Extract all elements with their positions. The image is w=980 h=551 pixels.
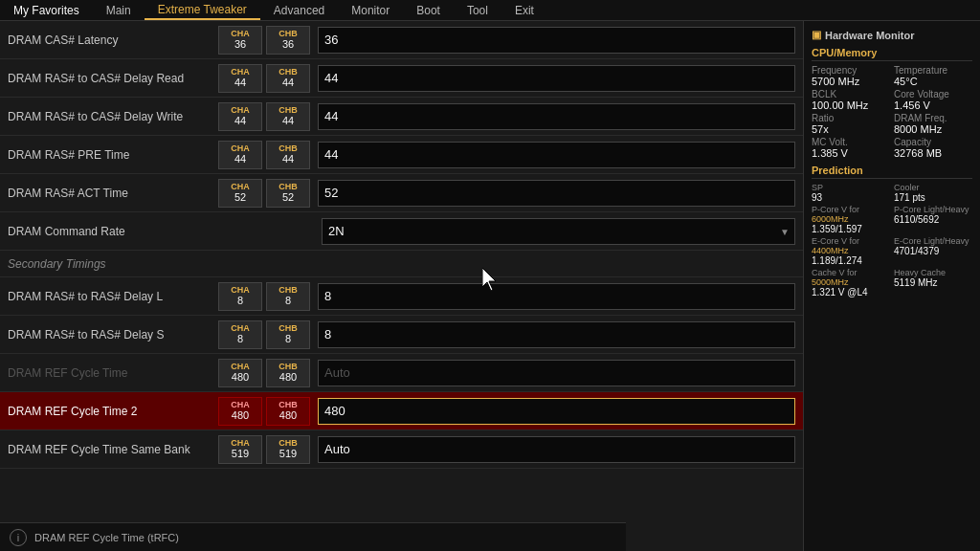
row-label-dram-ras-ras-s: DRAM RAS# to RAS# Delay S <box>8 328 218 342</box>
cpu-memory-title: CPU/Memory <box>812 47 972 61</box>
right-sidebar: ▣ Hardware Monitor CPU/Memory Frequency … <box>803 21 980 551</box>
monitor-icon: ▣ <box>812 29 821 41</box>
prediction-title: Prediction <box>812 165 972 179</box>
row-label-dram-cas: DRAM CAS# Latency <box>8 33 218 47</box>
pred-pcore-v-6000: P-Core V for 6000MHz 1.359/1.597 <box>812 205 890 234</box>
row-dram-ras-ras-l: DRAM RAS# to RAS# Delay L CHA 8 CHB 8 <box>0 277 803 316</box>
row-dram-ras-act: DRAM RAS# ACT Time CHA 52 CHB 52 <box>0 174 803 212</box>
ch-group-dram-ref-cycle-sb: CHA 519 CHB 519 <box>218 435 310 464</box>
row-dram-ras-ras-s: DRAM RAS# to RAS# Delay S CHA 8 CHB 8 <box>0 316 803 354</box>
dropdown-cmd-rate[interactable]: 1N 2N 3N <box>322 218 795 245</box>
dropdown-wrapper-cmd-rate[interactable]: 1N 2N 3N ▼ <box>322 218 795 245</box>
row-dram-cmd-rate: DRAM Command Rate 1N 2N 3N ▼ <box>0 212 803 251</box>
value-input-dram-cas[interactable] <box>318 27 795 54</box>
chb-box-dram-ref-cycle: CHB 480 <box>266 359 310 387</box>
chb-box-dram-ras-cas-read: CHB 44 <box>266 64 310 93</box>
value-input-dram-ras-ras-l[interactable] <box>318 283 795 310</box>
pred-pcore-lh: P-Core Light/Heavy 6110/5692 <box>894 205 972 234</box>
cpu-stats-grid: Frequency 5700 MHz Temperature 45°C BCLK… <box>812 65 972 159</box>
chb-box-dram-ras-act: CHB 52 <box>266 179 310 208</box>
nav-exit[interactable]: Exit <box>501 0 547 20</box>
row-dram-ref-cycle-sb: DRAM REF Cycle Time Same Bank CHA 519 CH… <box>0 430 803 469</box>
row-label-dram-ref-cycle: DRAM REF Cycle Time <box>8 366 218 380</box>
chb-box-dram-cas: CHB 36 <box>266 26 310 55</box>
cha-box-dram-ras-cas-write: CHA 44 <box>218 102 262 131</box>
row-dram-ras-cas-write: DRAM RAS# to CAS# Delay Write CHA 44 CHB… <box>0 98 803 136</box>
chb-box-dram-ref-cycle-sb: CHB 519 <box>266 435 310 464</box>
info-icon: i <box>10 529 27 546</box>
stat-dram-freq: DRAM Freq. 8000 MHz <box>894 113 972 135</box>
ch-group-dram-ras-act: CHA 52 CHB 52 <box>218 179 310 208</box>
ch-group-dram-ras-ras-l: CHA 8 CHB 8 <box>218 282 310 311</box>
pred-ecore-v-4400: E-Core V for 4400MHz 1.189/1.274 <box>812 236 890 266</box>
chb-box-dram-ref-cycle-2: CHB 480 <box>266 397 310 426</box>
row-label-dram-ras-ras-l: DRAM RAS# to RAS# Delay L <box>8 290 218 303</box>
nav-boot[interactable]: Boot <box>403 0 454 20</box>
value-input-dram-ref-cycle-2[interactable] <box>318 398 795 425</box>
cha-box-dram-ras-act: CHA 52 <box>218 179 262 208</box>
cha-box-dram-ref-cycle-sb: CHA 519 <box>218 435 262 464</box>
row-dram-ras-cas-read: DRAM RAS# to CAS# Delay Read CHA 44 CHB … <box>0 59 803 98</box>
cha-box-dram-ras-ras-s: CHA 8 <box>218 320 262 349</box>
pred-cache-v-5000: Cache V for 5000MHz 1.321 V @L4 <box>812 268 890 298</box>
nav-tool[interactable]: Tool <box>454 0 501 20</box>
nav-advanced[interactable]: Advanced <box>260 0 338 20</box>
row-dram-cas: DRAM CAS# Latency CHA 36 CHB 36 <box>0 21 803 59</box>
stat-mc-volt: MC Volt. 1.385 V <box>812 137 890 159</box>
stat-frequency: Frequency 5700 MHz <box>812 65 890 87</box>
stat-temperature: Temperature 45°C <box>894 65 972 87</box>
chb-box-dram-ras-cas-write: CHB 44 <box>266 102 310 131</box>
row-dram-ras-pre: DRAM RAS# PRE Time CHA 44 CHB 44 <box>0 136 803 174</box>
value-input-dram-ras-cas-write[interactable] <box>318 103 795 130</box>
row-dram-ref-cycle: DRAM REF Cycle Time CHA 480 CHB 480 <box>0 354 803 392</box>
section-header-secondary: Secondary Timings <box>0 251 803 277</box>
chb-box-dram-ras-ras-s: CHB 8 <box>266 320 310 349</box>
stat-ratio: Ratio 57x <box>812 113 890 135</box>
info-text: DRAM REF Cycle Time (tRFC) <box>34 532 179 543</box>
nav-favorites[interactable]: My Favorites <box>0 0 93 20</box>
settings-table: DRAM CAS# Latency CHA 36 CHB 36 DRAM RAS… <box>0 21 803 551</box>
row-dram-ref-cycle-2: DRAM REF Cycle Time 2 CHA 480 CHB 480 <box>0 392 803 430</box>
row-label-dram-ras-cas-read: DRAM RAS# to CAS# Delay Read <box>8 72 218 85</box>
ch-group-dram-ras-pre: CHA 44 CHB 44 <box>218 141 310 169</box>
row-label-dram-ref-cycle-sb: DRAM REF Cycle Time Same Bank <box>8 443 218 456</box>
hw-monitor-title: ▣ Hardware Monitor <box>812 29 972 41</box>
cha-box-dram-ref-cycle-2: CHA 480 <box>218 397 262 426</box>
prediction-grid: SP 93 Cooler 171 pts P-Core V for 6000MH… <box>812 183 972 298</box>
stat-bclk: BCLK 100.00 MHz <box>812 89 890 111</box>
cha-box-dram-ref-cycle: CHA 480 <box>218 359 262 387</box>
main-layout: DRAM CAS# Latency CHA 36 CHB 36 DRAM RAS… <box>0 21 980 551</box>
cha-box-dram-cas: CHA 36 <box>218 26 262 55</box>
row-label-dram-ras-act: DRAM RAS# ACT Time <box>8 187 218 200</box>
chb-box-dram-ras-ras-l: CHB 8 <box>266 282 310 311</box>
value-input-dram-ras-pre[interactable] <box>318 142 795 168</box>
stat-core-voltage: Core Voltage 1.456 V <box>894 89 972 111</box>
value-input-dram-ref-cycle[interactable] <box>318 360 795 386</box>
row-label-dram-ref-cycle-2: DRAM REF Cycle Time 2 <box>8 405 218 418</box>
section-header-label-secondary: Secondary Timings <box>8 257 218 271</box>
cha-box-dram-ras-cas-read: CHA 44 <box>218 64 262 93</box>
nav-monitor[interactable]: Monitor <box>338 0 403 20</box>
nav-main[interactable]: Main <box>93 0 145 20</box>
left-wrapper: DRAM CAS# Latency CHA 36 CHB 36 DRAM RAS… <box>0 21 803 551</box>
stat-capacity: Capacity 32768 MB <box>894 137 972 159</box>
value-input-dram-ras-act[interactable] <box>318 180 795 207</box>
cha-box-dram-ras-pre: CHA 44 <box>218 141 262 169</box>
top-nav: My Favorites Main Extreme Tweaker Advanc… <box>0 0 980 21</box>
nav-extreme-tweaker[interactable]: Extreme Tweaker <box>145 0 260 20</box>
info-bar: i DRAM REF Cycle Time (tRFC) <box>0 522 626 551</box>
ch-group-dram-ref-cycle-2: CHA 480 CHB 480 <box>218 397 310 426</box>
pred-cooler: Cooler 171 pts <box>894 183 972 203</box>
pred-ecore-lh: E-Core Light/Heavy 4701/4379 <box>894 236 972 266</box>
pred-sp: SP 93 <box>812 183 890 203</box>
ch-group-dram-cas: CHA 36 CHB 36 <box>218 26 310 55</box>
value-input-dram-ras-ras-s[interactable] <box>318 321 795 348</box>
ch-group-dram-ras-cas-read: CHA 44 CHB 44 <box>218 64 310 93</box>
ch-group-dram-ras-cas-write: CHA 44 CHB 44 <box>218 102 310 131</box>
ch-group-dram-ras-ras-s: CHA 8 CHB 8 <box>218 320 310 349</box>
cha-box-dram-ras-ras-l: CHA 8 <box>218 282 262 311</box>
chb-box-dram-ras-pre: CHB 44 <box>266 141 310 169</box>
value-input-dram-ref-cycle-sb[interactable] <box>318 436 795 463</box>
value-input-dram-ras-cas-read[interactable] <box>318 65 795 92</box>
row-label-dram-cmd-rate: DRAM Command Rate <box>8 225 218 238</box>
